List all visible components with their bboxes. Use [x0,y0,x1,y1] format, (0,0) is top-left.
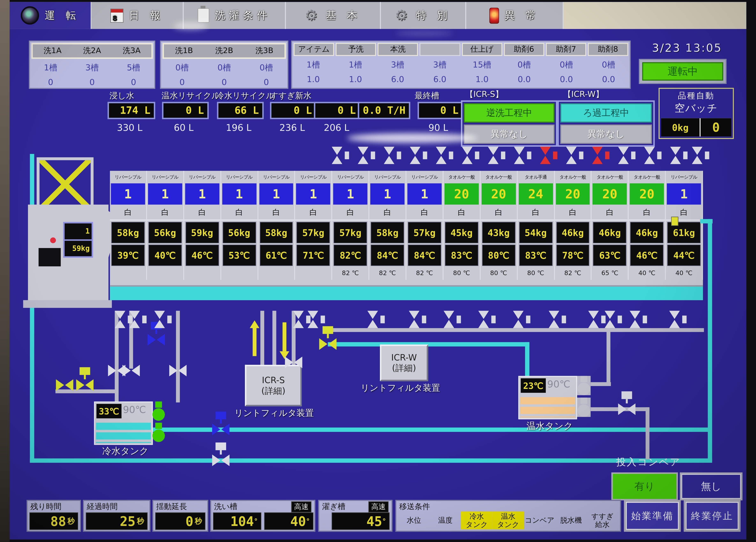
icr-w-process: ろ過工程中 [560,103,652,123]
valve-icon[interactable] [212,424,229,435]
valve-icon[interactable] [332,147,350,164]
valve-icon[interactable] [630,311,648,328]
chamber-weight: 46kg [593,222,626,243]
valve-icon[interactable] [513,311,531,328]
infeed-on-button[interactable]: 有り [611,472,678,500]
valve-icon[interactable] [76,379,94,391]
tab-label: 異 常 [505,9,540,22]
table-cell: 0槽 [503,57,545,72]
pipe [646,407,649,459]
valve-icon[interactable] [549,311,567,328]
tab-tokubetsu[interactable]: 特 別 [381,2,466,29]
valve-icon[interactable] [488,147,506,164]
valve-icon[interactable] [410,147,428,164]
valve-icon[interactable] [644,147,662,164]
infeed-off-button[interactable]: 無し [680,472,742,500]
chamber-weight: 43kg [482,222,515,243]
chamber-type-label: リバーシブル [221,171,257,183]
chamber-color-label: 白 [369,205,406,220]
loader-batch-display: 1 59kg [63,222,93,258]
valve-icon[interactable] [319,338,336,350]
valve-icon[interactable] [212,455,229,466]
valve-icon[interactable] [56,379,73,391]
start-prep-button[interactable]: 始業準備 [624,500,681,532]
chamber-temperature: 84℃ [371,245,404,266]
valve-icon[interactable] [592,147,610,164]
chamber-batch-count: 20 [482,183,516,204]
valve-icon[interactable] [514,147,532,164]
valve-icon[interactable] [123,365,140,376]
run-status-badge[interactable]: 運転中 [642,62,723,81]
valve-icon[interactable] [566,147,584,164]
chamber-column: リバーシブル1白58kg39℃ [110,171,147,280]
tab-kihon[interactable]: 基 本 [286,2,381,29]
cold-tank-label: 冷水タンク [102,445,149,457]
icr-s-detail-button[interactable]: ICR-S (詳細) [245,365,302,406]
chamber-secondary-temperature: 80 ℃ [480,266,517,280]
flow-down-arrow-icon [280,321,289,359]
chamber-weight: 56kg [223,222,256,243]
valve-icon[interactable] [367,311,386,328]
valve-icon[interactable] [154,311,173,328]
chamber-column: リバーシブル1白56kg40℃ [147,171,184,280]
valve-icon[interactable] [618,147,636,164]
susugi-flow: 0.0 T/H [358,102,410,119]
table-cell: 0 [203,75,245,89]
valve-icon[interactable] [618,403,635,415]
pipe [272,311,276,366]
icr-w-detail-button[interactable]: ICR-W (詳細) [380,345,428,381]
tab-sentaku-jouken[interactable]: 洗濯条件 [184,2,286,29]
hot-tank-water-level [520,397,575,417]
table-cell: 0 [30,75,71,89]
valve-icon[interactable] [692,147,710,164]
valve-icon[interactable] [462,147,480,164]
table-header-cell: 助剤7 [546,43,586,56]
batch-mode: 品種自動 [660,90,733,101]
top-menu-bar: 運 転 8 日 報 洗濯条件 基 本 特 別 異 常 [10,2,746,29]
valve-icon[interactable] [384,147,402,164]
chamber-secondary-temperature: 80 ℃ [518,266,554,280]
valve-icon[interactable] [670,147,689,164]
valve-icon[interactable] [308,311,326,328]
chamber-weight: 57kg [334,222,367,243]
chamber-batch-count: 1 [296,183,330,204]
tab-unten[interactable]: 運 転 [10,2,92,29]
chamber-temperature: 61℃ [260,245,293,266]
glare [395,31,453,36]
chamber-type-label: タオルケ一般 [629,171,665,183]
table-cell: 6.0 [376,72,419,86]
valve-icon[interactable] [540,147,558,164]
tab-ijou[interactable]: 異 常 [466,2,564,29]
table-header-cell: 助剤8 [588,43,628,56]
valve-icon[interactable] [358,147,376,164]
valve-icon[interactable] [443,311,462,328]
susugi-total-2: 206 L [317,122,356,133]
rinse-temp: 45 [366,514,382,529]
valve-icon[interactable] [129,311,147,328]
valve-icon[interactable] [148,334,165,346]
chamber-temperature: 63℃ [593,245,626,266]
chamber-secondary-temperature [258,266,294,280]
gear-icon [395,8,410,23]
table-header-cell: 仕上げ [462,43,502,56]
remaining-time-panel: 残り時間 88秒 [27,500,81,532]
valve-icon[interactable] [605,311,623,328]
shake-extend-value: 0 [185,514,193,529]
valve-icon[interactable] [478,311,497,328]
loader-batch-weight: 59kg [65,240,91,256]
valve-icon[interactable] [169,365,186,376]
tab-nippou[interactable]: 8 日 報 [92,2,184,29]
end-stop-button[interactable]: 終業停止 [684,500,741,532]
valve-icon[interactable] [285,357,302,368]
chamber-secondary-temperature: 82 ℃ [369,266,406,280]
table-cell: 1槽 [292,57,334,72]
valve-icon[interactable] [409,311,427,328]
table-cell: 0.0 [503,72,545,86]
valve-icon[interactable] [436,147,454,164]
reisui-value: 66 L [217,102,264,119]
chamber-type-label: リバーシブル [184,171,220,183]
valve-icon[interactable] [669,311,688,328]
hitashi-label: 浸し水 [109,90,134,101]
chamber-batch-count: 1 [185,183,219,204]
valve-icon[interactable] [588,311,607,328]
